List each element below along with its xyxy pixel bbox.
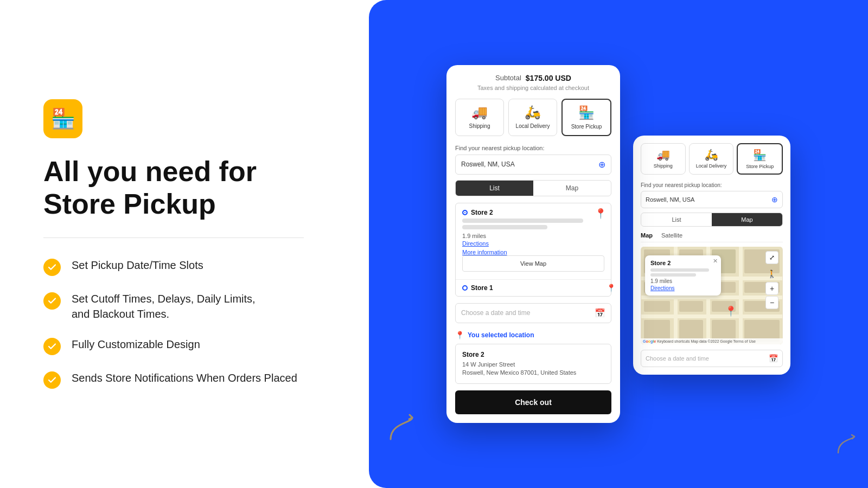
- map-google-bar: Google Keyboard shortcuts Map data ©2022…: [641, 338, 783, 344]
- map-card: 🚚 Shipping 🛵 Local Delivery 🏪 Store Pick…: [633, 136, 790, 375]
- map-tab[interactable]: Map: [533, 181, 611, 196]
- map-location-target-icon: ⊕: [771, 195, 778, 204]
- store-1-radio: [462, 285, 468, 291]
- store-item-1[interactable]: Store 1 📍: [456, 280, 611, 296]
- store-2-address-blur2: [462, 225, 547, 229]
- feature-text-4: Sends Store Notifications When Orders Pl…: [72, 370, 297, 386]
- store-item-2[interactable]: Store 2 📍 1.9 miles Directions More info…: [456, 203, 611, 280]
- selected-location-title: You selected location: [468, 331, 534, 339]
- store-pickup-label: Store Pickup: [571, 124, 602, 130]
- store-pickup-icon: 🏪: [578, 105, 595, 120]
- map-container: 📍 🚶 ⤢ ✕ Store 2 1.9 miles Directions: [641, 247, 783, 344]
- delivery-options: 🚚 Shipping 🛵 Local Delivery 🏪 Store Pick…: [455, 99, 611, 136]
- right-section: Subtotal $175.00 USD Taxes and shipping …: [369, 0, 868, 488]
- map-zoom-in[interactable]: +: [765, 282, 778, 295]
- map-popup-miles: 1.9 miles: [650, 278, 716, 284]
- store-2-more-info[interactable]: More information: [462, 249, 604, 255]
- map-shipping-option[interactable]: 🚚 Shipping: [641, 143, 686, 175]
- selected-store-address2: Roswell, New Mexico 87001, United States: [462, 369, 604, 377]
- view-map-button[interactable]: View Map: [462, 255, 604, 272]
- store-2-radio: [462, 210, 468, 215]
- map-store-pickup-option[interactable]: 🏪 Store Pickup: [737, 143, 783, 175]
- map-store-popup: ✕ Store 2 1.9 miles Directions: [645, 255, 721, 296]
- svg-rect-2: [641, 296, 782, 299]
- store-pickup-option[interactable]: 🏪 Store Pickup: [561, 99, 611, 136]
- map-list-map-tabs: List Map: [641, 213, 783, 227]
- map-zoom-out[interactable]: −: [765, 296, 778, 309]
- subtotal-row: Subtotal $175.00 USD: [455, 74, 611, 82]
- map-local-delivery-option[interactable]: 🛵 Local Delivery: [689, 143, 734, 175]
- svg-rect-15: [644, 301, 670, 312]
- check-icon-3: [43, 338, 61, 355]
- map-expand-button[interactable]: ⤢: [765, 251, 778, 264]
- feature-text-2: Set Cutoff Times, Delays, Daily Limits,a…: [72, 291, 256, 322]
- store-2-directions[interactable]: Directions: [462, 240, 604, 247]
- find-location-label: Find your nearest pickup location:: [455, 145, 611, 151]
- map-popup-blur-2: [650, 273, 696, 277]
- subtotal-label: Subtotal: [495, 74, 521, 82]
- calendar-icon: 📅: [595, 308, 605, 318]
- map-local-delivery-icon: 🛵: [705, 148, 718, 161]
- store-list: Store 2 📍 1.9 miles Directions More info…: [455, 203, 611, 297]
- local-delivery-label: Local Delivery: [516, 123, 550, 129]
- svg-rect-6: [739, 247, 743, 344]
- svg-text:🚶: 🚶: [767, 269, 777, 279]
- map-shipping-icon: 🚚: [656, 148, 670, 161]
- feature-item-4: Sends Store Notifications When Orders Pl…: [43, 370, 326, 389]
- store-2-miles: 1.9 miles: [462, 233, 604, 239]
- selected-store-name: Store 2: [462, 351, 604, 358]
- svg-text:📍: 📍: [725, 305, 737, 317]
- store-1-name: Store 1: [471, 284, 493, 292]
- map-satellite-tabs: Map Satellite: [641, 232, 783, 242]
- map-card-screen: 🚚 Shipping 🛵 Local Delivery 🏪 Store Pick…: [633, 136, 790, 375]
- selected-pin-icon: 📍: [455, 331, 464, 339]
- local-delivery-icon: 🛵: [525, 105, 541, 120]
- left-section: 🏪 All you need for Store Pickup Set Pick…: [0, 67, 369, 422]
- app-icon: 🏪: [43, 99, 82, 138]
- map-delivery-options: 🚚 Shipping 🛵 Local Delivery 🏪 Store Pick…: [641, 143, 783, 175]
- selected-location-header: 📍 You selected location: [455, 331, 611, 339]
- selected-location-section: 📍 You selected location Store 2 14 W Jun…: [455, 331, 611, 384]
- map-popup-store-name: Store 2: [650, 260, 716, 266]
- shipping-icon: 🚚: [471, 105, 488, 120]
- location-text: Roswell, NM, USA: [461, 160, 594, 168]
- google-logo: Google: [643, 339, 656, 343]
- list-map-tabs: List Map: [455, 180, 611, 196]
- map-location-field[interactable]: Roswell, NM, USA ⊕: [641, 191, 783, 208]
- map-date-field[interactable]: Choose a date and time 📅: [641, 350, 783, 367]
- divider: [43, 237, 304, 238]
- subtotal-value: $175.00 USD: [526, 74, 571, 82]
- shipping-label: Shipping: [469, 123, 490, 129]
- svg-rect-3: [641, 314, 782, 318]
- shipping-option[interactable]: 🚚 Shipping: [455, 99, 504, 136]
- selected-location-box: Store 2 14 W Juniper Street Roswell, New…: [455, 344, 611, 384]
- location-field[interactable]: Roswell, NM, USA ⊕: [455, 155, 611, 175]
- svg-rect-16: [679, 301, 703, 312]
- map-map-tab[interactable]: Map: [712, 213, 782, 226]
- store-1-pin: 📍: [607, 284, 611, 292]
- local-delivery-option[interactable]: 🛵 Local Delivery: [508, 99, 557, 136]
- feature-item-2: Set Cutoff Times, Delays, Daily Limits,a…: [43, 291, 326, 322]
- map-subtab[interactable]: Map: [641, 232, 653, 239]
- selected-store-address1: 14 W Juniper Street: [462, 361, 604, 369]
- features-list: Set Pickup Date/Time Slots Set Cutoff Ti…: [43, 258, 326, 389]
- date-time-field[interactable]: Choose a date and time 📅: [455, 303, 611, 323]
- hero-title: All you need for Store Pickup: [43, 156, 326, 221]
- map-popup-directions[interactable]: Directions: [650, 285, 716, 291]
- store-2-name: Store 2: [471, 209, 493, 216]
- feature-item: Set Pickup Date/Time Slots: [43, 258, 326, 276]
- map-local-delivery-label: Local Delivery: [696, 163, 727, 169]
- deco-arrow-left: [385, 412, 418, 445]
- map-store-pickup-icon: 🏪: [753, 149, 767, 162]
- feature-item-3: Fully Customizable Design: [43, 337, 326, 355]
- map-list-tab[interactable]: List: [641, 213, 712, 226]
- list-tab[interactable]: List: [456, 181, 533, 196]
- feature-text-1: Set Pickup Date/Time Slots: [72, 258, 203, 273]
- checkout-button[interactable]: Check out: [455, 390, 611, 414]
- map-popup-close[interactable]: ✕: [713, 258, 718, 265]
- check-icon-2: [43, 292, 61, 310]
- satellite-subtab[interactable]: Satellite: [661, 232, 682, 239]
- map-location-text: Roswell, NM, USA: [646, 196, 768, 203]
- date-time-text: Choose a date and time: [461, 309, 590, 317]
- map-store-pickup-label: Store Pickup: [746, 164, 774, 169]
